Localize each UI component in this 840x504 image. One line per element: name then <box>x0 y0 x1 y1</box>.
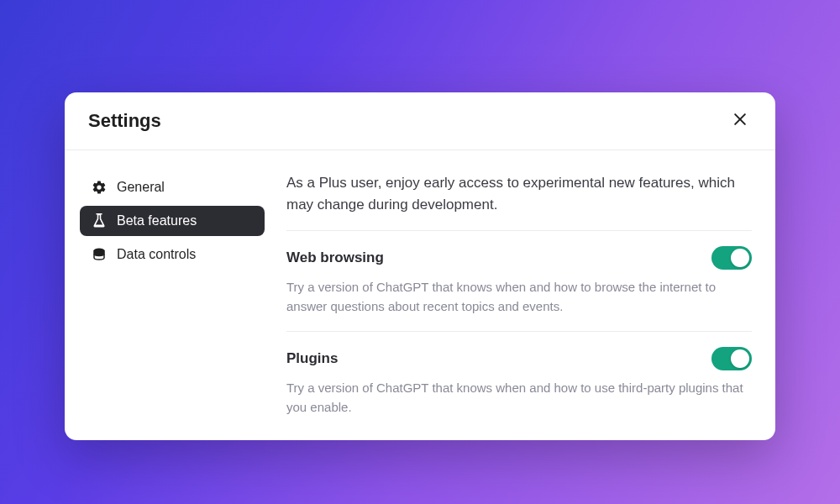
settings-content: As a Plus user, enjoy early access to ex… <box>265 172 752 432</box>
section-title: Web browsing <box>286 249 384 266</box>
settings-sidebar: General Beta features <box>80 172 265 432</box>
section-description: Try a version of ChatGPT that knows when… <box>286 278 752 316</box>
toggle-knob <box>731 249 749 267</box>
modal-header: Settings <box>65 92 775 150</box>
section-title: Plugins <box>286 350 338 367</box>
sidebar-item-label: General <box>117 180 165 195</box>
section-description: Try a version of ChatGPT that knows when… <box>286 379 752 417</box>
sidebar-item-label: Beta features <box>117 213 197 228</box>
toggle-plugins[interactable] <box>711 347 752 370</box>
gear-icon <box>92 180 107 195</box>
section-header: Web browsing <box>286 246 752 270</box>
sidebar-item-general[interactable]: General <box>80 172 265 202</box>
close-icon <box>732 111 748 131</box>
section-web-browsing: Web browsing Try a version of ChatGPT th… <box>286 231 752 332</box>
section-header: Plugins <box>286 347 752 370</box>
toggle-knob <box>731 349 749 368</box>
sidebar-item-data-controls[interactable]: Data controls <box>80 239 265 270</box>
flask-icon <box>92 213 107 228</box>
sidebar-item-beta-features[interactable]: Beta features <box>80 206 265 236</box>
intro-text: As a Plus user, enjoy early access to ex… <box>286 172 752 231</box>
toggle-web-browsing[interactable] <box>711 246 752 270</box>
modal-body: General Beta features <box>65 150 775 440</box>
modal-title: Settings <box>88 110 161 132</box>
database-icon <box>92 247 107 262</box>
close-button[interactable] <box>728 109 752 133</box>
section-plugins: Plugins Try a version of ChatGPT that kn… <box>286 332 752 432</box>
sidebar-item-label: Data controls <box>117 247 196 262</box>
settings-modal: Settings General <box>65 92 775 440</box>
